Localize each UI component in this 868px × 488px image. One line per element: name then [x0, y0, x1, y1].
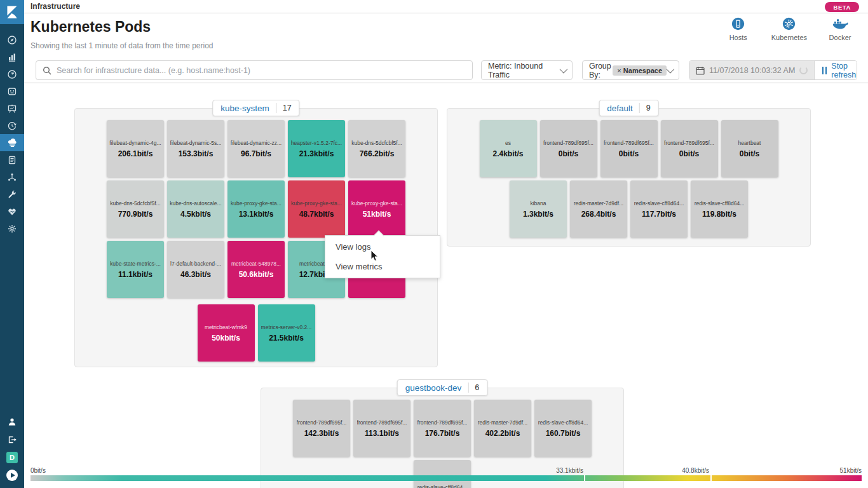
pod-name: metrics-server-v0.2...	[261, 324, 312, 330]
pod-tile[interactable]: frontend-789df695f...142.3bit/s	[293, 400, 350, 457]
pill-remove-icon[interactable]: ×	[617, 67, 621, 74]
stop-refreshing-button[interactable]: Stop refreshing	[815, 61, 857, 79]
pod-tile[interactable]: kube-dns-5dcfcbf5f...770.9bit/s	[107, 180, 164, 238]
source-kubernetes-label: Kubernetes	[771, 34, 807, 41]
pod-name: frontend-789df695f...	[664, 140, 714, 146]
pod-tile[interactable]: redis-slave-cff8d64...	[414, 460, 471, 488]
pod-tile[interactable]: redis-slave-cff8d64...119.8bit/s	[691, 180, 748, 238]
pod-tile[interactable]: kube-proxy-gke-sta...51kbit/s	[348, 180, 405, 238]
pod-value: 117.7bit/s	[642, 210, 676, 219]
group-by-pill[interactable]: × Namespace	[613, 65, 667, 76]
compass-icon	[7, 35, 17, 45]
sidebar-item-timelion[interactable]	[0, 83, 24, 100]
pod-value: 48.7kbit/s	[299, 210, 334, 219]
pod-name: es	[505, 140, 511, 146]
pod-name: kibana	[530, 200, 546, 207]
pod-tile[interactable]: filebeat-dynamic-zz...96.7bit/s	[227, 120, 285, 177]
pod-tile[interactable]: kube-dns-autoscale...4.5kbit/s	[167, 180, 224, 238]
source-kubernetes[interactable]: Kubernetes	[771, 17, 807, 41]
pod-tile[interactable]: heapster-v1.5.2-7fc...21.3kbit/s	[288, 120, 345, 177]
pod-name: redis-slave-cff8d64...	[634, 200, 684, 207]
group-label-divider	[276, 103, 276, 113]
pod-value: 21.3kbit/s	[299, 149, 334, 158]
group-name-link[interactable]: kube-system	[220, 104, 269, 113]
metric-dropdown-label: Metric: Inbound Traffic	[488, 62, 560, 79]
pod-tile[interactable]: metrics-server-v0.2...21.5kbit/s	[258, 304, 315, 362]
pod-tile[interactable]: kube-state-metrics-...11.1kbit/s	[107, 241, 164, 298]
kibana-logo[interactable]	[0, 0, 24, 24]
sidebar-item-management[interactable]	[0, 220, 24, 237]
pod-context-menu: View logs View metrics	[325, 235, 440, 278]
sidebar-item-visualize[interactable]	[0, 48, 24, 65]
pod-value: 119.8bit/s	[702, 210, 736, 219]
sidebar-item-space[interactable]: D	[0, 449, 24, 466]
search-input[interactable]	[57, 66, 472, 75]
source-docker[interactable]: Docker	[826, 17, 854, 41]
breadcrumb[interactable]: Infrastructure	[31, 2, 80, 11]
namespace-group-default: default 9 es2.4kbit/sfrontend-789df695f.…	[447, 108, 811, 247]
pod-tile[interactable]: redis-master-7d9df...402.2bit/s	[474, 400, 531, 457]
view-logs-menu-item[interactable]: View logs	[325, 237, 440, 257]
pod-tile[interactable]: kibana1.3kbit/s	[510, 180, 567, 238]
pod-tile[interactable]: metricbeat-548978...50.6kbit/s	[227, 241, 285, 298]
metric-dropdown[interactable]: Metric: Inbound Traffic	[481, 60, 573, 80]
date-picker[interactable]: 11/07/2018 10:03:32 AM	[689, 61, 815, 79]
sidebar-item-discover[interactable]	[0, 31, 24, 48]
sidebar-item-logout[interactable]	[0, 431, 24, 449]
kibana-logo-icon	[5, 5, 19, 19]
pod-value: 0bit/s	[559, 149, 578, 158]
view-metrics-menu-item[interactable]: View metrics	[325, 257, 440, 276]
pod-tile[interactable]: kube-proxy-gke-sta...48.7kbit/s	[288, 180, 345, 238]
sidebar-item-monitoring[interactable]	[0, 203, 24, 220]
pod-tile[interactable]: frontend-789df695f...176.7bit/s	[414, 400, 471, 457]
pod-tile[interactable]: redis-slave-cff8d64...160.7bit/s	[534, 400, 592, 457]
pod-tile[interactable]: metricbeat-wfmk950kbit/s	[198, 304, 255, 362]
beta-badge: BETA	[825, 2, 859, 12]
pod-name: frontend-789df695f...	[604, 140, 654, 146]
source-hosts[interactable]: Hosts	[724, 17, 752, 41]
play-icon	[6, 470, 18, 481]
pod-tile[interactable]: es2.4kbit/s	[480, 120, 537, 177]
pod-tile[interactable]: frontend-789df695f...0bit/s	[540, 120, 597, 177]
pod-value: 21.5kbit/s	[269, 334, 304, 342]
logout-icon	[7, 435, 17, 445]
sidebar-item-devtools[interactable]	[0, 186, 24, 203]
pod-tile[interactable]: kube-proxy-gke-sta...13.1kbit/s	[227, 180, 285, 238]
pod-tile[interactable]: frontend-789df695f...0bit/s	[661, 120, 718, 177]
group-by-dropdown[interactable]: Group By: × Namespace	[582, 60, 679, 80]
pod-tile[interactable]: redis-slave-cff8d64...117.7bit/s	[630, 180, 688, 238]
pod-name: frontend-789df695f...	[543, 140, 593, 146]
wrench-icon	[7, 189, 17, 200]
sidebar-item-apm[interactable]	[0, 117, 24, 134]
datetime-value: 11/07/2018 10:03:32 AM	[709, 66, 795, 75]
group-label-divider	[639, 103, 640, 113]
pod-tile[interactable]: l7-default-backend-...46.3bit/s	[167, 241, 224, 298]
sidebar-item-collapse[interactable]	[0, 466, 24, 484]
pod-tile[interactable]: heartbeat0bit/s	[721, 120, 778, 177]
kubernetes-icon	[782, 17, 796, 30]
pod-tile[interactable]: filebeat-dynamic-4g...206.1bit/s	[107, 120, 164, 177]
sidebar-item-logs[interactable]	[0, 151, 24, 168]
pod-tile[interactable]: redis-master-7d9df...268.4bit/s	[570, 180, 627, 238]
pod-name: frontend-789df695f...	[297, 419, 347, 426]
pod-tile[interactable]: filebeat-dynamic-5s...153.3bit/s	[167, 120, 224, 177]
sidebar-item-dashboard[interactable]	[0, 65, 24, 83]
pod-tile[interactable]: frontend-789df695f...0bit/s	[600, 120, 658, 177]
sidebar-item-ml[interactable]	[0, 168, 24, 186]
pod-name: redis-master-7d9df...	[478, 419, 527, 426]
pod-tile[interactable]: frontend-789df695f...113.1bit/s	[353, 400, 410, 457]
mouse-cursor	[370, 250, 379, 262]
hosts-icon	[731, 17, 745, 30]
sidebar-item-canvas[interactable]	[0, 100, 24, 117]
pod-value: 153.3bit/s	[179, 149, 214, 158]
group-name-link[interactable]: guestbook-dev	[405, 383, 462, 393]
chevron-down-icon	[560, 65, 568, 74]
sidebar-item-infrastructure[interactable]	[0, 134, 24, 151]
sidebar-item-user[interactable]	[0, 413, 24, 431]
pod-tile[interactable]: kube-dns-5dcfcbf5f...766.2bit/s	[348, 120, 405, 177]
pod-name: metricbeat-wfmk9	[205, 324, 247, 330]
pod-value: 0bit/s	[740, 149, 759, 158]
group-name-link[interactable]: default	[607, 104, 633, 113]
pod-row: kube-dns-5dcfcbf5f...770.9bit/skube-dns-…	[107, 180, 405, 238]
group-label: guestbook-dev 6	[397, 379, 488, 396]
